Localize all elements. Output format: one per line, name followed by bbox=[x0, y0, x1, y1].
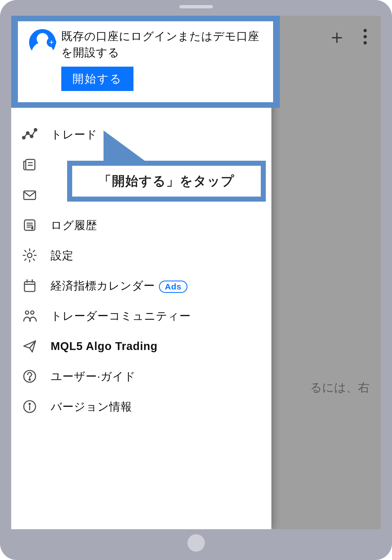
menu-item-community[interactable]: トレーダーコミュニティー bbox=[11, 301, 271, 331]
help-icon bbox=[21, 368, 38, 385]
callout-arrow bbox=[104, 130, 145, 161]
menu-label: ユーザー·ガイド bbox=[51, 369, 136, 384]
menu-item-guide[interactable]: ユーザー·ガイド bbox=[11, 361, 271, 391]
menu-item-calendar[interactable]: 経済指標カレンダーAds bbox=[11, 270, 271, 301]
add-account-avatar: + bbox=[29, 29, 56, 56]
account-card[interactable]: + 既存の口座にログインまたはデモ口座を開設する 開始する bbox=[18, 21, 273, 102]
svg-point-19 bbox=[25, 311, 29, 314]
menu-label: MQL5 Algo Trading bbox=[51, 340, 158, 353]
account-description: 既存の口座にログインまたはデモ口座を開設する bbox=[61, 28, 265, 60]
svg-point-25 bbox=[29, 403, 30, 405]
info-icon bbox=[21, 398, 38, 415]
svg-point-1 bbox=[26, 132, 29, 134]
tablet-frame: ＋ るには、右 トレード bbox=[0, 0, 392, 560]
account-body: 既存の口座にログインまたはデモ口座を開設する 開始する bbox=[61, 28, 265, 91]
calendar-icon bbox=[21, 277, 38, 294]
svg-point-3 bbox=[34, 129, 37, 131]
start-button[interactable]: 開始する bbox=[61, 67, 133, 91]
account-highlight-frame: + 既存の口座にログインまたはデモ口座を開設する 開始する bbox=[11, 16, 280, 108]
tablet-speaker bbox=[179, 5, 213, 8]
menu-label: トレーダーコミュニティー bbox=[51, 308, 191, 324]
plus-badge-icon: + bbox=[47, 38, 56, 47]
menu-item-about[interactable]: バージョン情報 bbox=[11, 391, 271, 422]
log-icon bbox=[21, 217, 38, 234]
menu-item-settings[interactable]: 設定 bbox=[11, 240, 271, 270]
chart-dots-icon bbox=[21, 126, 38, 143]
svg-point-14 bbox=[27, 253, 32, 258]
svg-point-13 bbox=[32, 228, 33, 229]
menu-item-logs[interactable]: ログ履歴 bbox=[11, 210, 271, 240]
callout: 「開始する」をタップ bbox=[67, 130, 266, 202]
menu-label: ログ履歴 bbox=[51, 218, 97, 233]
svg-point-2 bbox=[30, 135, 33, 137]
mail-icon bbox=[21, 186, 38, 203]
gear-icon bbox=[21, 247, 38, 264]
callout-text: 「開始する」をタップ bbox=[67, 161, 266, 202]
menu-label: 経済指標カレンダーAds bbox=[51, 278, 187, 293]
menu-item-mql5[interactable]: MQL5 Algo Trading bbox=[11, 331, 271, 361]
svg-point-0 bbox=[22, 136, 25, 139]
menu-label: バージョン情報 bbox=[51, 399, 132, 414]
svg-point-23 bbox=[29, 379, 30, 380]
svg-point-20 bbox=[31, 311, 34, 314]
menu-label: 設定 bbox=[51, 248, 74, 263]
paper-plane-icon bbox=[21, 338, 38, 354]
home-button[interactable] bbox=[187, 534, 205, 552]
news-icon bbox=[21, 156, 38, 173]
svg-rect-15 bbox=[24, 282, 35, 291]
community-icon bbox=[21, 307, 38, 324]
device-screen: ＋ るには、右 トレード bbox=[11, 16, 381, 529]
ads-badge: Ads bbox=[159, 281, 187, 293]
svg-rect-4 bbox=[26, 159, 35, 170]
svg-rect-7 bbox=[24, 191, 36, 199]
